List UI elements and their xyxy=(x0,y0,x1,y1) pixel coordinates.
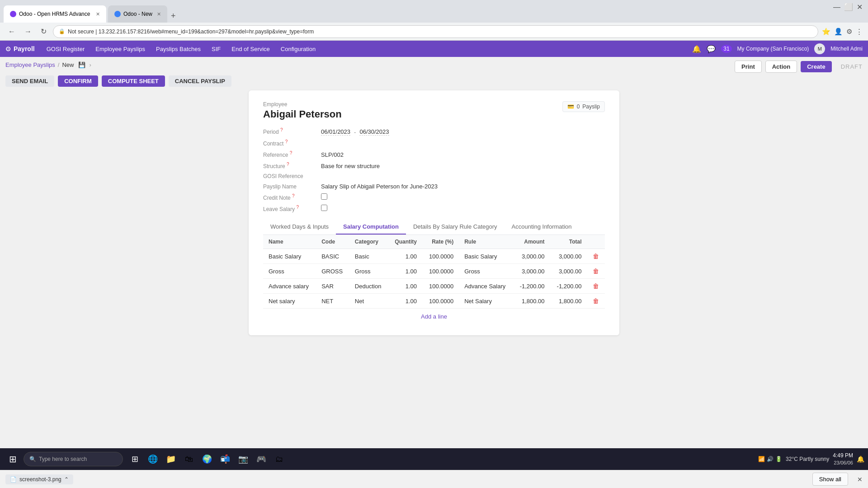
compute-sheet-button[interactable]: COMPUTE SHEET xyxy=(102,75,165,87)
period-to[interactable]: 06/30/2023 xyxy=(359,128,389,136)
tab-details-by-category[interactable]: Details By Salary Rule Category xyxy=(406,220,505,235)
add-line-button[interactable]: Add a line xyxy=(263,309,605,324)
cell-delete-2[interactable]: 🗑 xyxy=(587,279,605,294)
battery-icon[interactable]: 🔋 xyxy=(775,456,782,462)
show-all-button[interactable]: Show all xyxy=(812,473,848,486)
delete-row-0-button[interactable]: 🗑 xyxy=(593,253,599,260)
close-bottom-bar-button[interactable]: ✕ xyxy=(857,476,863,483)
cell-amount-2: -1,200.00 xyxy=(513,279,550,294)
browser-tab-2[interactable]: Odoo - New ✕ xyxy=(108,5,167,23)
activities-badge[interactable]: 31 xyxy=(721,45,731,53)
contract-required-marker: ? xyxy=(285,139,288,144)
payslip-stat-icon: 💳 xyxy=(567,103,574,110)
confirm-button[interactable]: CONFIRM xyxy=(58,75,98,87)
menu-button[interactable]: ⋮ xyxy=(856,28,863,36)
payslip-name-row: Payslip Name Salary Slip of Abigail Pete… xyxy=(263,183,605,190)
download-item[interactable]: 📄 screenshot-3.png ⌃ xyxy=(5,474,73,484)
tab-close-2[interactable]: ✕ xyxy=(157,11,161,17)
cell-delete-1[interactable]: 🗑 xyxy=(587,264,605,279)
delete-row-3-button[interactable]: 🗑 xyxy=(593,297,599,305)
nav-gosi-register[interactable]: GOSI Register xyxy=(42,44,90,54)
app-icon-3[interactable]: 🎮 xyxy=(253,451,269,467)
action-button[interactable]: Action xyxy=(765,61,797,73)
breadcrumb-save-icon[interactable]: 💾 xyxy=(78,61,85,68)
send-email-button[interactable]: SEND EMAIL xyxy=(5,75,54,87)
delete-row-1-button[interactable]: 🗑 xyxy=(593,267,599,275)
minimize-button[interactable]: — xyxy=(833,3,840,11)
cell-delete-0[interactable]: 🗑 xyxy=(587,249,605,264)
gosi-reference-row: GOSI Reference xyxy=(263,173,605,179)
leave-salary-checkbox[interactable] xyxy=(321,205,327,211)
form-tabs: Worked Days & Inputs Salary Computation … xyxy=(263,220,605,235)
tab-close-1[interactable]: ✕ xyxy=(96,11,100,17)
payslip-stat-button[interactable]: 💳 0 Payslip xyxy=(562,101,605,112)
cell-amount-3: 1,800.00 xyxy=(513,294,550,309)
print-button[interactable]: Print xyxy=(735,61,762,73)
maximize-button[interactable]: ⬜ xyxy=(844,3,853,11)
address-bar[interactable]: 🔒 Not secure | 13.232.216.157:8216/web#m… xyxy=(53,25,818,38)
cell-rate-3: 100.0000 xyxy=(422,294,459,309)
cell-total-2: -1,200.00 xyxy=(550,279,587,294)
profile-button[interactable]: 👤 xyxy=(834,28,843,36)
cancel-payslip-button[interactable]: CANCEL PAYSLIP xyxy=(169,75,231,87)
bookmark-button[interactable]: ⭐ xyxy=(822,28,830,36)
table-row[interactable]: Net salary NET Net 1.00 100.0000 Net Sal… xyxy=(263,294,605,309)
browser-tab-1[interactable]: Odoo - Open HRMS Advance Sa... ✕ xyxy=(4,5,106,23)
app-logo[interactable]: ⊙ Payroll xyxy=(5,45,35,52)
address-text: Not secure | 13.232.216.157:8216/web#men… xyxy=(68,28,314,35)
store-icon[interactable]: 🛍 xyxy=(181,451,197,467)
back-button[interactable]: ← xyxy=(5,26,18,38)
tab-worked-days[interactable]: Worked Days & Inputs xyxy=(263,220,336,235)
system-tray: 📶 🔊 🔋 xyxy=(758,456,782,462)
structure-value[interactable]: Base for new structure xyxy=(321,163,380,169)
app-icon-4[interactable]: 🗂 xyxy=(271,451,288,467)
app-logo-label: Payroll xyxy=(14,45,35,52)
delete-row-2-button[interactable]: 🗑 xyxy=(593,282,599,290)
table-row[interactable]: Basic Salary BASIC Basic 1.00 100.0000 B… xyxy=(263,249,605,264)
taskbar-search[interactable]: 🔍 Type here to search xyxy=(24,452,123,466)
nav-configuration[interactable]: Configuration xyxy=(276,44,320,54)
edge-icon[interactable]: 🌍 xyxy=(199,451,215,467)
tab-label-2: Odoo - New xyxy=(123,11,152,17)
forward-button[interactable]: → xyxy=(22,26,34,38)
cell-delete-3[interactable]: 🗑 xyxy=(587,294,605,309)
app-icon-1[interactable]: 📬 xyxy=(217,451,233,467)
breadcrumb-employee-payslips[interactable]: Employee Payslips xyxy=(5,61,55,68)
explorer-icon[interactable]: 📁 xyxy=(163,451,179,467)
extensions-button[interactable]: ⚙ xyxy=(846,28,852,36)
nav-end-of-service[interactable]: End of Service xyxy=(227,44,274,54)
tab-salary-computation[interactable]: Salary Computation xyxy=(336,220,406,235)
table-row[interactable]: Gross GROSS Gross 1.00 100.0000 Gross 3,… xyxy=(263,264,605,279)
payslip-name-value[interactable]: Salary Slip of Abigail Peterson for June… xyxy=(321,183,438,190)
nav-payslips-batches[interactable]: Payslips Batches xyxy=(151,44,205,54)
chrome-icon[interactable]: 🌐 xyxy=(145,451,161,467)
app-bar-right: 🔔 💬 31 My Company (San Francisco) M Mitc… xyxy=(692,43,863,54)
reload-button[interactable]: ↻ xyxy=(38,25,49,38)
nav-employee-payslips[interactable]: Employee Payslips xyxy=(91,44,150,54)
user-avatar[interactable]: M xyxy=(814,43,825,54)
cell-rate-1: 100.0000 xyxy=(422,264,459,279)
clock-area[interactable]: 4:49 PM 23/06/06 xyxy=(833,452,853,466)
table-row[interactable]: Advance salary SAR Deduction 1.00 100.00… xyxy=(263,279,605,294)
create-button[interactable]: Create xyxy=(801,61,831,72)
notifications-button[interactable]: 🔔 xyxy=(857,455,864,463)
tab-accounting-information[interactable]: Accounting Information xyxy=(505,220,579,235)
lock-icon: 🔒 xyxy=(59,28,65,34)
cell-total-0: 3,000.00 xyxy=(550,249,587,264)
close-window-button[interactable]: ✕ xyxy=(857,3,863,11)
breadcrumb-arrow-icon[interactable]: › xyxy=(89,61,91,68)
cell-name-3: Net salary xyxy=(263,294,316,309)
volume-icon[interactable]: 🔊 xyxy=(767,456,774,462)
taskview-icon[interactable]: ⊞ xyxy=(127,451,143,467)
wifi-icon[interactable]: 📶 xyxy=(758,456,765,462)
nav-sif[interactable]: SIF xyxy=(207,44,225,54)
start-button[interactable]: ⊞ xyxy=(4,450,22,468)
new-tab-button[interactable]: + xyxy=(167,9,179,23)
notification-bell-icon[interactable]: 🔔 xyxy=(692,45,701,53)
messages-icon[interactable]: 💬 xyxy=(707,45,716,53)
credit-note-checkbox[interactable] xyxy=(321,193,327,200)
expand-icon[interactable]: ⌃ xyxy=(64,476,69,483)
period-from[interactable]: 06/01/2023 xyxy=(321,128,350,136)
app-icon-2[interactable]: 📷 xyxy=(235,451,251,467)
reference-value[interactable]: SLP/002 xyxy=(321,151,344,158)
